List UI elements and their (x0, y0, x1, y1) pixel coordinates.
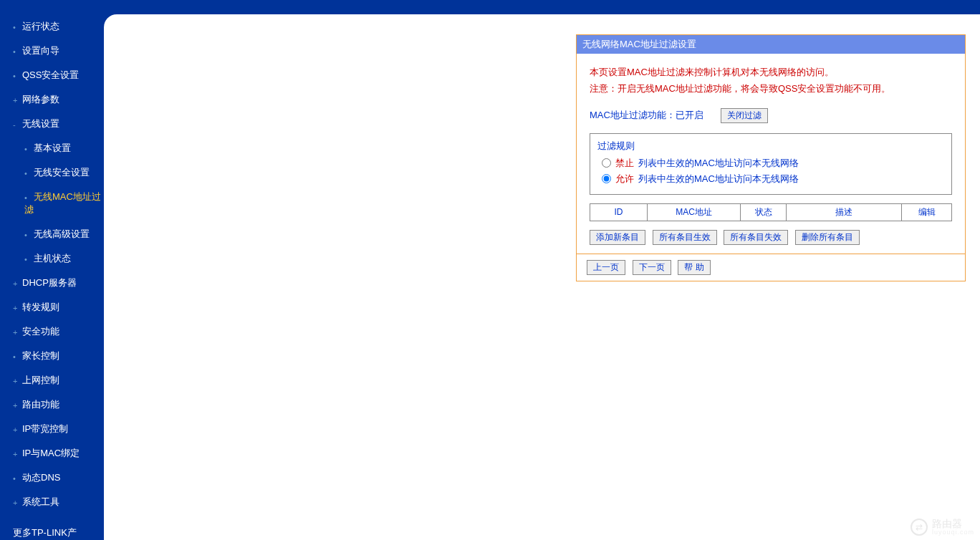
sidebar-item-19[interactable]: 系统工具 (0, 490, 104, 514)
th-desc: 描述 (787, 203, 902, 221)
sidebar-more-link[interactable]: 更多TP-LINK产品， 请点击查看 >> (0, 514, 104, 540)
sidebar-item-label[interactable]: 上网控制 (22, 375, 59, 385)
rule-allow-text: 列表中生效的MAC地址访问本无线网络 (638, 173, 799, 185)
table-header-row: ID MAC地址 状态 描述 编辑 (590, 203, 952, 221)
sidebar-item-7[interactable]: 无线MAC地址过滤 (0, 185, 104, 222)
watermark-icon: ⇄ (911, 519, 928, 536)
th-id: ID (590, 203, 648, 221)
rule-deny-text: 列表中生效的MAC地址访问本无线网络 (638, 157, 799, 170)
sidebar-item-label[interactable]: 设置向导 (22, 45, 59, 56)
rule-title: 过滤规则 (597, 140, 944, 153)
rule-allow-tag: 允许 (615, 173, 634, 185)
sidebar-item-17[interactable]: IP与MAC绑定 (0, 441, 104, 466)
sidebar-item-5[interactable]: 基本设置 (0, 136, 104, 160)
sidebar-item-1[interactable]: 设置向导 (0, 39, 104, 63)
th-edit: 编辑 (902, 203, 952, 221)
sidebar-item-11[interactable]: 转发规则 (0, 295, 104, 319)
sidebar-item-label[interactable]: 基本设置 (34, 143, 71, 153)
main-content: 无线网络MAC地址过滤设置 本页设置MAC地址过滤来控制计算机对本无线网络的访问… (118, 14, 980, 540)
sidebar-item-label[interactable]: 无线设置 (22, 118, 59, 129)
action-row: 添加新条目 所有条目生效 所有条目失效 删除所有条目 (590, 230, 952, 245)
sidebar-item-18[interactable]: 动态DNS (0, 466, 104, 490)
sidebar-item-label[interactable]: IP与MAC绑定 (22, 448, 80, 458)
sidebar-item-4[interactable]: 无线设置 (0, 112, 104, 136)
th-mac: MAC地址 (648, 203, 741, 221)
sidebar-item-label[interactable]: 动态DNS (22, 472, 60, 483)
filter-rules-box: 过滤规则 禁止 列表中生效的MAC地址访问本无线网络 允许 列表中生效的MAC地… (590, 133, 952, 195)
sidebar-item-label[interactable]: 无线安全设置 (34, 167, 90, 178)
panel-body: 本页设置MAC地址过滤来控制计算机对本无线网络的访问。 注意：开启无线MAC地址… (577, 54, 965, 254)
rule-allow-radio[interactable] (602, 174, 611, 183)
sidebar-item-label[interactable]: 主机状态 (34, 253, 71, 264)
sidebar-item-13[interactable]: 家长控制 (0, 344, 104, 368)
sidebar-item-12[interactable]: 安全功能 (0, 319, 104, 344)
sidebar-item-6[interactable]: 无线安全设置 (0, 160, 104, 185)
top-bar (0, 0, 980, 14)
mac-filter-table: ID MAC地址 状态 描述 编辑 (590, 203, 952, 221)
more-line1: 更多TP-LINK产品， (13, 527, 77, 540)
watermark: ⇄ 路由器 luyouqi.com (911, 519, 974, 536)
sidebar-item-15[interactable]: 路由功能 (0, 392, 104, 417)
sidebar-item-label[interactable]: 运行状态 (22, 21, 59, 32)
prev-page-button[interactable]: 上一页 (587, 260, 625, 275)
sidebar-item-label[interactable]: 无线高级设置 (34, 228, 90, 239)
sidebar-menu: 运行状态设置向导QSS安全设置网络参数无线设置基本设置无线安全设置无线MAC地址… (0, 14, 104, 514)
sidebar-item-label[interactable]: 系统工具 (22, 496, 59, 507)
status-label: MAC地址过滤功能： (590, 110, 676, 120)
toggle-filter-button[interactable]: 关闭过滤 (721, 108, 768, 123)
delete-all-button[interactable]: 删除所有条目 (795, 230, 860, 245)
panel-description: 本页设置MAC地址过滤来控制计算机对本无线网络的访问。 (590, 65, 952, 80)
sidebar: 运行状态设置向导QSS安全设置网络参数无线设置基本设置无线安全设置无线MAC地址… (0, 14, 104, 540)
th-state: 状态 (741, 203, 787, 221)
sidebar-item-0[interactable]: 运行状态 (0, 14, 104, 39)
sidebar-item-label[interactable]: 安全功能 (22, 326, 59, 337)
sidebar-item-label[interactable]: 家长控制 (22, 350, 59, 361)
sidebar-item-2[interactable]: QSS安全设置 (0, 63, 104, 87)
sidebar-item-label[interactable]: 路由功能 (22, 399, 59, 410)
filter-status-row: MAC地址过滤功能：已开启 关闭过滤 (590, 108, 952, 123)
rule-deny-tag: 禁止 (615, 157, 634, 170)
add-entry-button[interactable]: 添加新条目 (590, 230, 645, 245)
sidebar-item-label[interactable]: 网络参数 (22, 94, 59, 105)
sidebar-item-8[interactable]: 无线高级设置 (0, 222, 104, 246)
rule-allow-row[interactable]: 允许 列表中生效的MAC地址访问本无线网络 (602, 173, 944, 185)
watermark-sub: luyouqi.com (932, 529, 974, 536)
panel-title: 无线网络MAC地址过滤设置 (577, 35, 965, 54)
status-value: 已开启 (676, 110, 703, 120)
rule-deny-radio[interactable] (602, 158, 611, 168)
sidebar-item-14[interactable]: 上网控制 (0, 368, 104, 392)
pagination-row: 上一页 下一页 帮 助 (577, 254, 965, 281)
sidebar-item-label[interactable]: 转发规则 (22, 302, 59, 312)
mac-filter-panel: 无线网络MAC地址过滤设置 本页设置MAC地址过滤来控制计算机对本无线网络的访问… (576, 34, 966, 281)
sidebar-item-3[interactable]: 网络参数 (0, 87, 104, 112)
enable-all-button[interactable]: 所有条目生效 (653, 230, 717, 245)
watermark-text: 路由器 (932, 519, 974, 529)
sidebar-item-9[interactable]: 主机状态 (0, 246, 104, 271)
app-container: 运行状态设置向导QSS安全设置网络参数无线设置基本设置无线安全设置无线MAC地址… (0, 14, 980, 540)
sidebar-item-10[interactable]: DHCP服务器 (0, 271, 104, 295)
sidebar-edge (104, 14, 118, 540)
sidebar-item-label[interactable]: DHCP服务器 (22, 277, 77, 288)
next-page-button[interactable]: 下一页 (633, 260, 671, 275)
sidebar-item-label[interactable]: IP带宽控制 (22, 423, 68, 434)
panel-warning: 注意：开启无线MAC地址过滤功能，将会导致QSS安全设置功能不可用。 (590, 82, 952, 97)
help-button[interactable]: 帮 助 (678, 260, 710, 275)
rule-deny-row[interactable]: 禁止 列表中生效的MAC地址访问本无线网络 (602, 157, 944, 170)
sidebar-item-label[interactable]: QSS安全设置 (22, 69, 79, 80)
sidebar-item-label[interactable]: 无线MAC地址过滤 (24, 191, 101, 215)
disable-all-button[interactable]: 所有条目失效 (724, 230, 788, 245)
sidebar-item-16[interactable]: IP带宽控制 (0, 417, 104, 441)
